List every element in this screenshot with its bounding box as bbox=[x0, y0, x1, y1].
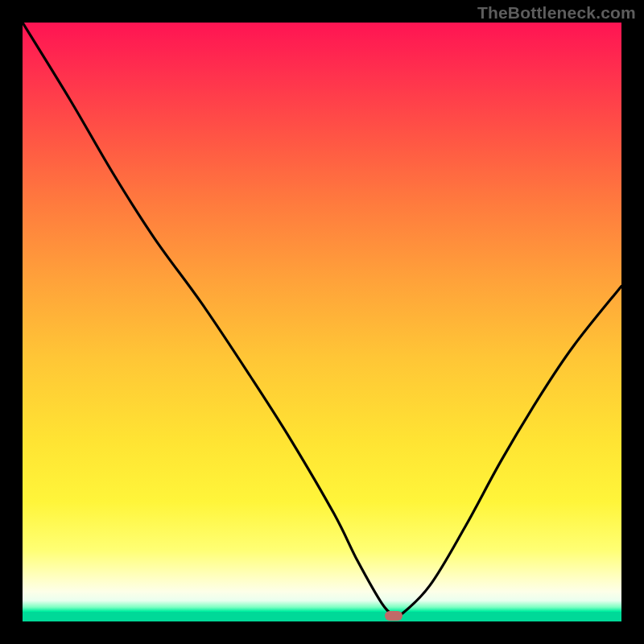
watermark-text: TheBottleneck.com bbox=[477, 3, 636, 23]
plot-area bbox=[23, 23, 621, 621]
optimal-point-marker bbox=[385, 611, 402, 621]
bottleneck-curve bbox=[23, 23, 621, 621]
chart-frame: TheBottleneck.com bbox=[0, 0, 644, 644]
